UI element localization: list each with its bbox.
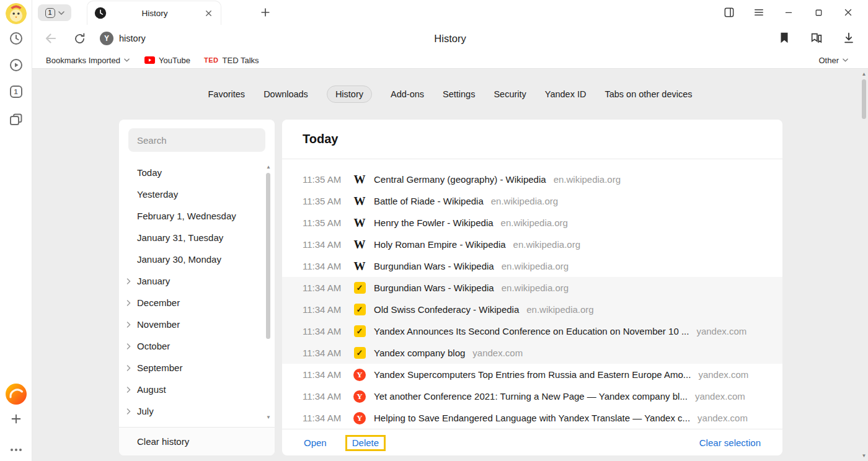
scroll-up-icon[interactable]: ▲ bbox=[265, 163, 272, 170]
bookmark-youtube-label: YouTube bbox=[159, 56, 190, 65]
date-filter-item[interactable]: February 1, Wednesday bbox=[119, 205, 275, 227]
date-filter-item[interactable]: January 30, Monday bbox=[119, 248, 275, 270]
tab-count-icon[interactable]: 1 bbox=[10, 86, 22, 98]
nav-tab[interactable]: Yandex ID bbox=[545, 86, 587, 102]
history-entry-row[interactable]: 11:35 AM W ✓ Y Henry the Fowler - Wikipe… bbox=[282, 212, 782, 234]
browser-pages-nav: FavoritesDownloadsHistoryAdd-onsSettings… bbox=[32, 86, 868, 103]
maximize-icon[interactable] bbox=[804, 0, 833, 25]
nav-tab[interactable]: Favorites bbox=[208, 86, 245, 102]
nav-tab[interactable]: Settings bbox=[443, 86, 475, 102]
tab-close-icon[interactable] bbox=[203, 7, 214, 19]
chevron-down-icon bbox=[58, 11, 64, 15]
bookmark-youtube[interactable]: YouTube bbox=[144, 56, 190, 65]
entry-title: Holy Roman Empire - Wikipedia bbox=[374, 239, 506, 250]
open-link[interactable]: Open bbox=[304, 437, 327, 448]
delete-link[interactable]: Delete bbox=[352, 437, 379, 448]
nav-tab[interactable]: Downloads bbox=[264, 86, 308, 102]
sidebar-scrollbar[interactable]: ▲ ▼ bbox=[265, 163, 272, 421]
nav-tab[interactable]: Add-ons bbox=[391, 86, 424, 102]
history-list-card: Today 11:35 AM W ✓ Y Central Germany (ge… bbox=[282, 120, 782, 455]
month-filter-item[interactable]: August bbox=[119, 379, 275, 400]
entry-time: 11:34 AM bbox=[303, 413, 353, 423]
chevron-right-icon bbox=[126, 300, 137, 306]
scrollbar-thumb[interactable] bbox=[266, 173, 270, 339]
scroll-up-icon[interactable]: ▲ bbox=[860, 70, 868, 78]
nav-tab[interactable]: History bbox=[327, 86, 372, 103]
minimize-icon[interactable] bbox=[774, 0, 804, 25]
address-bar[interactable]: Y history bbox=[100, 32, 146, 45]
user-avatar[interactable] bbox=[6, 3, 27, 24]
entry-time: 11:34 AM bbox=[303, 283, 353, 293]
history-entry-row[interactable]: 11:34 AM W ✓ Y Yandex Supercomputers Top… bbox=[282, 364, 782, 385]
page-scrollbar[interactable]: ▲ ▼ bbox=[860, 69, 868, 461]
month-filter-item[interactable]: January bbox=[119, 270, 275, 292]
downloads-icon[interactable] bbox=[842, 31, 857, 46]
scroll-down-icon[interactable]: ▼ bbox=[265, 413, 272, 421]
rail-more-button[interactable] bbox=[9, 447, 23, 452]
side-panel-icon[interactable] bbox=[714, 0, 744, 25]
history-entry-row[interactable]: 11:34 AM W ✓ Y Burgundian Wars - Wikiped… bbox=[282, 277, 782, 299]
search-input[interactable] bbox=[137, 135, 257, 146]
bookmark-ted-talks[interactable]: TED TED Talks bbox=[204, 56, 259, 65]
chevron-right-icon bbox=[126, 387, 137, 393]
entry-title: Helping to Save Endangered Language with… bbox=[374, 413, 690, 423]
month-filter-item[interactable]: July bbox=[119, 400, 275, 422]
entry-domain: yandex.com bbox=[695, 391, 745, 402]
history-entry-row[interactable]: 11:34 AM W ✓ Y Old Swiss Confederacy - W… bbox=[282, 299, 782, 320]
clear-history-label: Clear history bbox=[137, 436, 189, 447]
selected-checkbox-icon[interactable]: ✓ bbox=[354, 304, 366, 315]
selected-checkbox-icon[interactable]: ✓ bbox=[354, 347, 366, 359]
month-filter-item[interactable]: December bbox=[119, 292, 275, 314]
selected-checkbox-icon[interactable]: ✓ bbox=[354, 325, 366, 337]
tab-group-button[interactable]: 1 bbox=[38, 4, 71, 21]
entry-title: Battle of Riade - Wikipedia bbox=[374, 196, 484, 206]
bookmark-icon[interactable] bbox=[777, 31, 792, 46]
history-entry-row[interactable]: 11:34 AM W ✓ Y Yet another Conference 20… bbox=[282, 385, 782, 407]
history-sidebar-card: TodayYesterdayFebruary 1, WednesdayJanua… bbox=[119, 120, 275, 455]
entry-domain: en.wikipedia.org bbox=[554, 174, 621, 185]
entry-time: 11:34 AM bbox=[303, 326, 353, 336]
history-entry-row[interactable]: 11:35 AM W ✓ Y Battle of Riade - Wikiped… bbox=[282, 190, 782, 212]
search-box[interactable] bbox=[128, 128, 265, 152]
close-icon[interactable] bbox=[833, 0, 863, 25]
menu-icon[interactable] bbox=[744, 0, 774, 25]
month-filter-item[interactable]: September bbox=[119, 357, 275, 379]
collections-icon[interactable] bbox=[810, 31, 825, 46]
screenshot-tabs-icon[interactable] bbox=[9, 112, 24, 127]
nav-tab[interactable]: Tabs on other devices bbox=[604, 86, 692, 102]
reload-icon[interactable] bbox=[73, 32, 86, 45]
chevron-right-icon bbox=[126, 278, 137, 284]
clear-selection-link[interactable]: Clear selection bbox=[699, 437, 761, 448]
bookmarks-folder[interactable]: Bookmarks Imported bbox=[46, 56, 130, 65]
date-filter-item[interactable]: Yesterday bbox=[119, 183, 275, 205]
tab-group-count: 1 bbox=[45, 8, 55, 18]
entry-domain: en.wikipedia.org bbox=[502, 283, 569, 293]
month-filter-item[interactable]: October bbox=[119, 335, 275, 357]
scrollbar-thumb[interactable] bbox=[862, 79, 866, 119]
history-entry-row[interactable]: 11:34 AM W ✓ Y Helping to Save Endangere… bbox=[282, 407, 782, 429]
entry-favicon-slot: W ✓ Y bbox=[353, 412, 366, 424]
scroll-down-icon[interactable]: ▼ bbox=[860, 452, 868, 460]
back-icon[interactable] bbox=[43, 31, 58, 46]
media-play-icon[interactable] bbox=[9, 58, 24, 72]
history-entry-row[interactable]: 11:34 AM W ✓ Y Burgundian Wars - Wikiped… bbox=[282, 255, 782, 277]
history-entry-row[interactable]: 11:35 AM W ✓ Y Central Germany (geograph… bbox=[282, 169, 782, 190]
nav-tab[interactable]: Security bbox=[494, 86, 526, 102]
date-filter-item[interactable]: Today bbox=[119, 162, 275, 183]
entry-domain: en.wikipedia.org bbox=[526, 304, 593, 315]
history-tab-favicon bbox=[94, 7, 107, 19]
month-filter-label: December bbox=[137, 297, 180, 308]
history-entry-row[interactable]: 11:34 AM W ✓ Y Holy Roman Empire - Wikip… bbox=[282, 234, 782, 255]
history-entry-row[interactable]: 11:34 AM W ✓ Y Yandex company blog yande… bbox=[282, 342, 782, 364]
clear-history-button[interactable]: Clear history bbox=[119, 427, 275, 455]
bookmarks-other[interactable]: Other bbox=[818, 56, 848, 65]
selected-checkbox-icon[interactable]: ✓ bbox=[354, 282, 366, 294]
yandex-browser-logo[interactable] bbox=[5, 383, 27, 405]
tab-history[interactable]: History bbox=[87, 1, 221, 25]
rail-add-button[interactable] bbox=[9, 412, 23, 426]
history-entry-row[interactable]: 11:34 AM W ✓ Y Yandex Announces Its Seco… bbox=[282, 320, 782, 342]
month-filter-item[interactable]: November bbox=[119, 314, 275, 335]
date-filter-item[interactable]: January 31, Tuesday bbox=[119, 227, 275, 248]
new-tab-button[interactable] bbox=[259, 6, 272, 19]
history-icon[interactable] bbox=[9, 31, 24, 46]
